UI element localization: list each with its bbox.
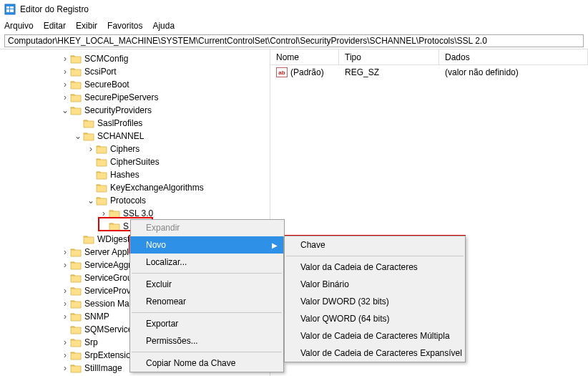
tree-item-schannel[interactable]: ⌄SCHANNEL [0, 130, 270, 143]
folder-icon [96, 170, 107, 180]
tree-item-keyexchange[interactable]: KeyExchangeAlgorithms [0, 181, 270, 194]
chevron-right-icon[interactable]: › [60, 67, 70, 77]
ctx-valor-string[interactable]: Valor da Cadeia de Caracteres [285, 259, 465, 276]
folder-icon [70, 247, 82, 257]
tree-item-protocols[interactable]: ⌄Protocols [0, 194, 270, 207]
tree-item-scmconfig[interactable]: ›SCMConfig [0, 52, 270, 65]
folder-icon [70, 54, 82, 64]
menu-favoritos[interactable]: Favoritos [107, 21, 142, 31]
folder-icon [70, 312, 82, 322]
folder-icon [96, 196, 107, 206]
menu-ajuda[interactable]: Ajuda [152, 21, 175, 31]
ctx-expandir[interactable]: Expandir [130, 219, 285, 236]
chevron-right-icon[interactable]: › [60, 79, 70, 90]
col-name[interactable]: Nome [270, 49, 339, 64]
folder-icon [83, 131, 94, 141]
folder-icon [70, 92, 82, 102]
chevron-right-icon[interactable]: › [60, 260, 70, 270]
chevron-right-icon[interactable]: › [60, 247, 70, 257]
chevron-right-icon[interactable]: › [60, 363, 70, 373]
chevron-down-icon[interactable]: ⌄ [73, 131, 83, 141]
ctx-chave[interactable]: Chave [285, 236, 465, 254]
ctx-novo[interactable]: Novo ▶ [130, 236, 283, 254]
context-menu-key: Expandir Novo ▶ Localizar... Excluir Ren… [129, 236, 284, 372]
ctx-valor-qword[interactable]: Valor QWORD (64 bits) [285, 310, 465, 327]
folder-icon [70, 79, 82, 90]
string-value-icon: ab [276, 67, 288, 77]
ctx-renomear[interactable]: Renomear [130, 293, 283, 310]
separator [286, 256, 464, 256]
chevron-right-icon[interactable]: › [60, 54, 70, 64]
address-text: Computador\HKEY_LOCAL_MACHINE\SYSTEM\Cur… [8, 36, 487, 46]
folder-icon [70, 105, 82, 115]
folder-icon [70, 350, 82, 360]
ctx-valor-dword[interactable]: Valor DWORD (32 bits) [285, 293, 465, 310]
value-type: REG_SZ [339, 67, 439, 77]
folder-icon [70, 273, 82, 283]
context-submenu-novo: Chave Valor da Cadeia de Caracteres Valo… [284, 236, 466, 362]
tree-item-ciphers[interactable]: ›Ciphers [0, 143, 270, 155]
menu-arquivo[interactable]: Arquivo [4, 21, 34, 31]
folder-icon [70, 337, 82, 347]
tree-item-ssl30[interactable]: ›SSL 3.0 [0, 207, 270, 220]
ctx-valor-multistring[interactable]: Valor de Cadeia de Caracteres Múltipla [285, 327, 465, 344]
menu-editar[interactable]: Editar [44, 21, 66, 31]
tree-item-secureboot[interactable]: ›SecureBoot [0, 78, 270, 91]
chevron-down-icon[interactable]: ⌄ [60, 105, 70, 115]
folder-icon [83, 118, 94, 128]
address-bar[interactable]: Computador\HKEY_LOCAL_MACHINE\SYSTEM\Cur… [4, 34, 584, 47]
tree-item-hashes[interactable]: Hashes [0, 168, 270, 181]
tree-item-ciphersuites[interactable]: CipherSuites [0, 155, 270, 168]
separator [132, 312, 282, 313]
chevron-right-icon[interactable]: › [60, 92, 70, 102]
chevron-right-icon[interactable]: › [60, 286, 70, 296]
folder-icon [83, 234, 94, 244]
ctx-valor-expandstring[interactable]: Valor de Cadeia de Caracteres Expansível [285, 344, 465, 362]
menubar: Arquivo Editar Exibir Favoritos Ajuda [0, 19, 588, 33]
col-data[interactable]: Dados [439, 49, 588, 64]
folder-icon [96, 183, 107, 193]
col-type[interactable]: Tipo [339, 49, 439, 64]
folder-icon [96, 144, 107, 154]
titlebar: Editor do Registro [0, 0, 588, 19]
folder-icon [70, 260, 82, 270]
folder-icon [109, 221, 120, 231]
chevron-right-icon[interactable]: › [60, 312, 70, 322]
folder-icon [70, 363, 82, 373]
chevron-right-icon[interactable]: › [60, 337, 70, 347]
chevron-right-icon[interactable]: › [60, 299, 70, 309]
tree-item-securepipeservers[interactable]: ›SecurePipeServers [0, 91, 270, 104]
chevron-right-icon[interactable]: › [60, 350, 70, 360]
ctx-permissoes[interactable]: Permissões... [130, 332, 283, 350]
separator [132, 352, 282, 352]
ctx-exportar[interactable]: Exportar [130, 315, 283, 332]
menu-exibir[interactable]: Exibir [76, 21, 97, 31]
submenu-arrow-icon: ▶ [272, 241, 278, 249]
app-icon [4, 4, 16, 15]
tree-item-saslprofiles[interactable]: SaslProfiles [0, 117, 270, 130]
ctx-copiar[interactable]: Copiar Nome da Chave [130, 355, 283, 372]
ctx-excluir[interactable]: Excluir [130, 276, 283, 293]
values-header: Nome Tipo Dados [270, 49, 588, 65]
chevron-down-icon[interactable]: ⌄ [86, 196, 96, 206]
values-row[interactable]: ab (Padrão) REG_SZ (valor não definido) [270, 65, 588, 79]
folder-icon [70, 324, 82, 334]
chevron-right-icon[interactable]: › [99, 208, 109, 218]
ctx-valor-binario[interactable]: Valor Binário [285, 276, 465, 293]
folder-icon [70, 67, 82, 77]
folder-icon [109, 208, 120, 218]
folder-icon [70, 286, 82, 296]
value-data: (valor não definido) [439, 67, 588, 77]
window-title: Editor do Registro [20, 4, 89, 14]
chevron-right-icon[interactable]: › [86, 144, 96, 154]
tree-item-securityproviders[interactable]: ⌄SecurityProviders [0, 104, 270, 117]
separator [132, 273, 282, 274]
value-name: (Padrão) [290, 67, 324, 77]
tree-item-scsiport[interactable]: ›ScsiPort [0, 65, 270, 78]
ctx-localizar[interactable]: Localizar... [130, 254, 283, 271]
folder-icon [96, 157, 107, 167]
folder-icon [70, 299, 82, 309]
